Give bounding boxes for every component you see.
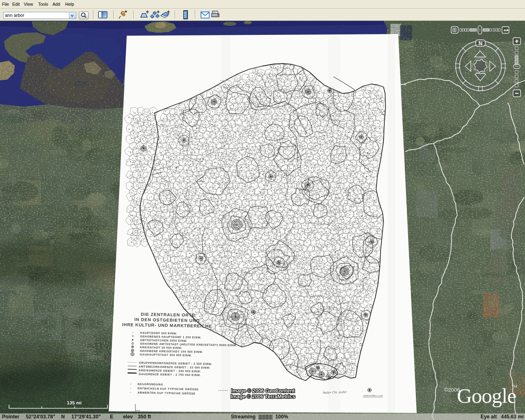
svg-text:135 mi: 135 mi [67, 400, 82, 405]
svg-text:Image © 2006 GeoContent: Image © 2006 GeoContent [231, 388, 295, 394]
svg-text:N: N [479, 40, 482, 46]
svg-text:TM: TM [512, 384, 517, 388]
svg-text:Streaming |||||||||| 100%: Streaming |||||||||| 100% [231, 414, 288, 420]
svg-text:GEBIETSSTAND 1.1.1944: GEBIETSSTAND 1.1.1944 [363, 395, 383, 397]
svg-text:Eye alt 445.63 mi: Eye alt 445.63 mi [481, 414, 524, 420]
svg-text:NEUGRÜNDUNG: NEUGRÜNDUNG [138, 382, 163, 386]
svg-text:Image © 2006 TerraMetrics: Image © 2006 TerraMetrics [231, 394, 295, 399]
svg-text:Google: Google [457, 384, 516, 407]
svg-text:DIE ZENTRALEN ORTE: DIE ZENTRALEN ORTE [141, 312, 195, 317]
